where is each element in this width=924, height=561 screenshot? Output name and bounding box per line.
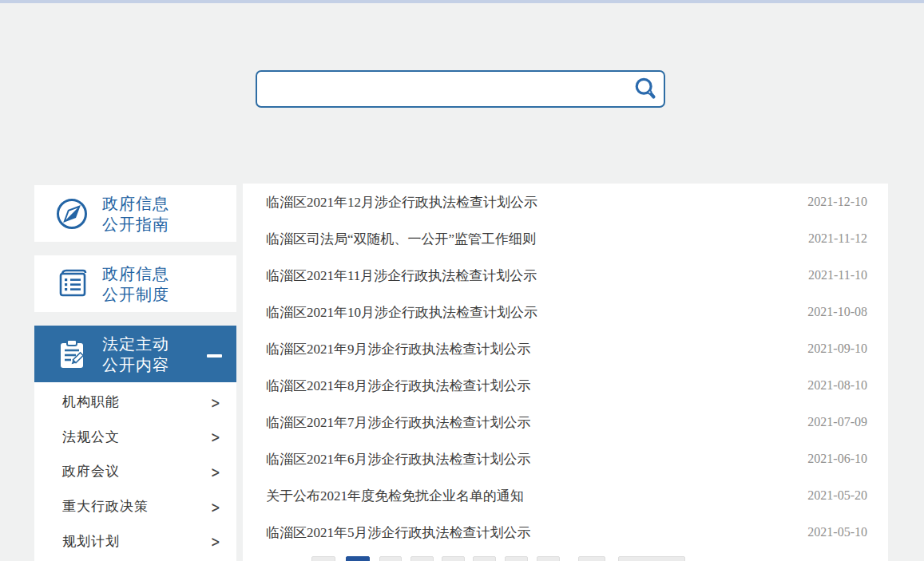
sidebar-submenu: 机构职能>法规公文>政府会议>重大行政决策>规划计划> [34, 382, 236, 561]
article-title-link[interactable]: 临淄区司法局“双随机、一公开”监管工作细则 [266, 230, 808, 248]
article-date: 2021-07-09 [807, 415, 867, 429]
article-date: 2021-05-20 [807, 488, 867, 503]
sidebar-item-label: 政府信息 公开指南 [102, 193, 169, 235]
submenu-item-label: 法规公文 [62, 428, 120, 446]
article-title-link[interactable]: 临淄区2021年8月涉企行政执法检查计划公示 [266, 377, 807, 395]
submenu-item[interactable]: 规划计划> [34, 523, 236, 559]
collapse-minus-icon [207, 354, 222, 358]
article-row[interactable]: 临淄区2021年11月涉企行政执法检查计划公示2021-11-10 [243, 257, 888, 294]
submenu-item[interactable]: 法规公文> [34, 420, 236, 455]
article-date: 2021-06-10 [807, 452, 867, 466]
search-input[interactable] [257, 72, 629, 106]
article-title-link[interactable]: 临淄区2021年11月涉企行政执法检查计划公示 [266, 267, 808, 285]
chevron-right-icon: > [212, 531, 220, 551]
article-row[interactable]: 临淄区2021年12月涉企行政执法检查计划公示2021-12-10 [243, 184, 888, 220]
compass-icon [54, 196, 89, 231]
sidebar-item-gov-info-guide[interactable]: 政府信息 公开指南 [34, 185, 236, 242]
article-row[interactable]: 临淄区2021年10月涉企行政执法检查计划公示2021-10-08 [243, 294, 888, 330]
article-row[interactable]: 临淄区2021年9月涉企行政执法检查计划公示2021-09-10 [243, 330, 888, 367]
article-row[interactable]: 关于公布2021年度免检免扰企业名单的通知2021-05-20 [243, 477, 888, 514]
pagination-button[interactable] [505, 556, 528, 561]
sidebar-item-label: 政府信息 公开制度 [102, 263, 169, 305]
article-date: 2021-12-10 [807, 195, 867, 209]
article-list-panel: 临淄区2021年12月涉企行政执法检查计划公示2021-12-10临淄区司法局“… [243, 184, 888, 561]
search-bar [256, 70, 665, 108]
article-title-link[interactable]: 临淄区2021年9月涉企行政执法检查计划公示 [266, 340, 807, 358]
article-title-link[interactable]: 临淄区2021年5月涉企行政执法检查计划公示 [266, 523, 807, 542]
pagination-button[interactable] [578, 556, 605, 561]
submenu-item-label: 政府会议 [62, 462, 120, 480]
submenu-item-label: 重大行政决策 [62, 497, 149, 516]
search-button[interactable] [629, 72, 664, 106]
sidebar-item-label: 法定主动 公开内容 [102, 334, 169, 375]
pagination-button[interactable] [618, 556, 685, 561]
article-title-link[interactable]: 临淄区2021年12月涉企行政执法检查计划公示 [266, 193, 807, 211]
submenu-item[interactable]: 重大行政决策> [34, 489, 236, 524]
pagination-button[interactable] [311, 556, 335, 561]
clipboard-pencil-icon [54, 337, 89, 372]
article-date: 2021-10-08 [807, 305, 867, 319]
article-row[interactable]: 临淄区2021年8月涉企行政执法检查计划公示2021-08-10 [243, 367, 888, 404]
article-date: 2021-08-10 [807, 378, 867, 393]
chevron-right-icon: > [212, 427, 220, 447]
article-row[interactable]: 临淄区2021年5月涉企行政执法检查计划公示2021-05-10 [243, 514, 888, 551]
ledger-list-icon [54, 267, 89, 302]
article-title-link[interactable]: 临淄区2021年6月涉企行政执法检查计划公示 [266, 450, 807, 468]
sidebar-item-legal-active-disclosure[interactable]: 法定主动 公开内容 [34, 326, 236, 382]
article-title-link[interactable]: 临淄区2021年7月涉企行政执法检查计划公示 [266, 413, 807, 432]
article-date: 2021-05-10 [807, 525, 867, 539]
pagination-button[interactable] [537, 556, 560, 561]
article-row[interactable]: 临淄区2021年6月涉企行政执法检查计划公示2021-06-10 [243, 441, 888, 477]
submenu-item[interactable]: 政府会议> [34, 454, 236, 489]
article-date: 2021-11-10 [808, 268, 867, 282]
submenu-item-label: 规划计划 [62, 532, 120, 551]
submenu-item-label: 机构职能 [62, 393, 120, 411]
pagination-button[interactable] [442, 556, 465, 561]
sidebar-item-gov-info-system[interactable]: 政府信息 公开制度 [34, 255, 236, 312]
pagination-button[interactable] [473, 556, 496, 561]
chevron-right-icon: > [212, 461, 220, 481]
chevron-right-icon: > [212, 496, 220, 516]
article-row[interactable]: 临淄区2021年7月涉企行政执法检查计划公示2021-07-09 [243, 404, 888, 441]
article-title-link[interactable]: 临淄区2021年10月涉企行政执法检查计划公示 [266, 303, 807, 322]
article-date: 2021-09-10 [807, 342, 867, 356]
article-list: 临淄区2021年12月涉企行政执法检查计划公示2021-12-10临淄区司法局“… [243, 184, 888, 551]
pagination-bar [243, 556, 888, 561]
pagination-button[interactable] [410, 556, 434, 561]
submenu-item[interactable]: 机构职能> [34, 385, 236, 420]
chevron-right-icon: > [212, 392, 220, 412]
magnifier-icon [633, 77, 659, 102]
top-accent-bar [0, 0, 924, 3]
article-date: 2021-11-12 [808, 231, 867, 246]
article-row[interactable]: 临淄区司法局“双随机、一公开”监管工作细则2021-11-12 [243, 220, 888, 257]
pagination-button[interactable] [379, 556, 402, 561]
article-title-link[interactable]: 关于公布2021年度免检免扰企业名单的通知 [266, 487, 807, 505]
pagination-button-active[interactable] [346, 556, 370, 561]
